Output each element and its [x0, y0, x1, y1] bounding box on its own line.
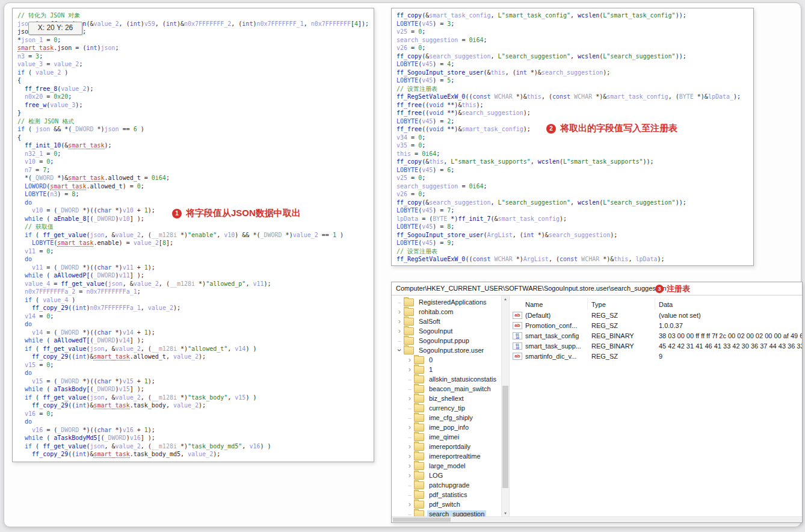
- tree-item-label: patchupgrade: [427, 481, 471, 489]
- chevron-right-icon[interactable]: ›: [409, 442, 411, 451]
- tree-item-label: SalSoft: [417, 318, 442, 325]
- chevron-right-icon[interactable]: ›: [409, 500, 411, 509]
- code-line: do: [17, 369, 374, 377]
- tree-item[interactable]: –beacon_main_switch: [392, 384, 501, 394]
- tree-connector-dash-icon: –: [408, 386, 411, 392]
- tree-item-label: currency_tip: [427, 404, 467, 412]
- registry-value-row[interactable]: absmartinfo_dic_v...REG_SZ9: [510, 351, 802, 361]
- code-line: v10 = 0;: [17, 158, 374, 166]
- chevron-right-icon[interactable]: ›: [409, 394, 411, 403]
- registry-value-row[interactable]: abPromotion_conf...REG_SZ1.0.0.37: [510, 320, 802, 330]
- annotation-2-text: 将取出的字段值写入至注册表: [560, 123, 677, 134]
- folder-icon: [404, 327, 414, 335]
- registry-value-row[interactable]: 0110smart_task_configREG_BINARY38 03 00 …: [510, 330, 802, 341]
- tree-item-label: SogouInput: [417, 327, 454, 335]
- tree-item[interactable]: ›SogouInput.store.user: [392, 345, 501, 355]
- code-line: LOBYTE(v45) = 7;: [396, 206, 753, 215]
- code-line: n0x7FFFFFFFa_2 = n0x7FFFFFFFa_1;: [17, 288, 374, 296]
- chevron-right-icon[interactable]: ›: [409, 365, 411, 374]
- value-name: (Default): [525, 312, 588, 319]
- folder-icon: [414, 414, 424, 422]
- tree-item[interactable]: ›pdf_switch: [392, 500, 501, 509]
- tree-item[interactable]: ›SalSoft: [392, 317, 501, 326]
- column-header-name[interactable]: Name: [510, 298, 588, 310]
- tree-item[interactable]: ›ime_pop_info: [392, 422, 501, 432]
- registry-address-bar[interactable]: Computer\HKEY_CURRENT_USER\SOFTWARE\Sogo…: [392, 282, 802, 295]
- chevron-right-icon[interactable]: ›: [398, 307, 401, 316]
- code-line: ff_SogouInput_store_user(&this, (int *)&…: [396, 69, 753, 77]
- tree-connector-dash-icon: –: [398, 338, 401, 344]
- folder-icon: [414, 385, 424, 393]
- tree-item[interactable]: –RegisteredApplications: [392, 297, 501, 307]
- chevron-right-icon[interactable]: ›: [398, 326, 401, 335]
- tree-item-label: large_model: [427, 462, 467, 469]
- tree-item[interactable]: –allskin_statusiconstatis: [392, 374, 501, 384]
- code-line: if ( value_4 ): [17, 296, 374, 305]
- tree-item-label: allskin_statusiconstatis: [427, 376, 498, 383]
- chevron-down-icon[interactable]: ›: [396, 349, 402, 351]
- reg-sz-icon: ab: [513, 353, 522, 360]
- tree-vertical-scrollbar[interactable]: ▲ ▼: [501, 295, 509, 517]
- code-line: LOBYTE(v45) = 3;: [396, 20, 753, 28]
- tree-item[interactable]: ›rohitab.com: [392, 307, 501, 317]
- vertical-scroll-thumb[interactable]: [502, 386, 508, 488]
- registry-key-tree: –RegisteredApplications›rohitab.com›SalS…: [392, 295, 501, 517]
- code-line: v26 = 0;: [396, 190, 753, 199]
- tree-item[interactable]: –patchupgrade: [392, 480, 501, 490]
- horizontal-scroll-thumb[interactable]: [393, 518, 451, 522]
- code-line: n7 = 7;: [17, 166, 374, 175]
- scroll-up-arrow-icon[interactable]: ▲: [502, 295, 509, 303]
- chevron-right-icon[interactable]: ›: [409, 471, 411, 480]
- code-line: v34 = 0;: [396, 134, 753, 142]
- tree-item-label: rohitab.com: [417, 308, 455, 315]
- folder-icon: [414, 356, 424, 364]
- coordinates-tooltip: X: 20 Y: 26: [28, 22, 82, 35]
- folder-icon: [404, 347, 414, 354]
- tree-item[interactable]: ›LOG: [392, 471, 501, 480]
- annotation-3-badge: 3: [655, 285, 664, 293]
- code-line: v14 = 0;: [17, 312, 374, 321]
- chevron-right-icon[interactable]: ›: [409, 422, 411, 431]
- code-line: ff_free((void **)&this);: [396, 101, 753, 110]
- code-line: do: [17, 255, 374, 264]
- tree-item[interactable]: –SogouInput.ppup: [392, 336, 501, 345]
- tree-item-label: SogouInput.ppup: [417, 337, 471, 344]
- tree-item[interactable]: –ime_cfg_shiply: [392, 413, 501, 422]
- code-line: // 检测 JSON 格式: [17, 117, 374, 126]
- annotation-registry: 3 注册表: [655, 282, 690, 295]
- value-data: 45 42 42 31 41 46 41 33 42 30 36 37 44 4…: [655, 342, 802, 350]
- chevron-right-icon[interactable]: ›: [398, 317, 401, 326]
- tree-item[interactable]: ›imereportrealtime: [392, 451, 501, 461]
- code-line: if ( ff_get_value(json, &value_2, (__m12…: [17, 345, 374, 353]
- horizontal-scrollbar[interactable]: [392, 516, 802, 522]
- tree-item[interactable]: –pdf_statistics: [392, 490, 501, 500]
- value-type: REG_BINARY: [588, 342, 655, 350]
- tree-item[interactable]: –currency_tip: [392, 403, 501, 413]
- code-line: *(_QWORD *)&smart_task.allowed_t = 0i64;: [17, 174, 374, 182]
- tree-item[interactable]: ›1: [392, 365, 501, 374]
- tree-item[interactable]: ›large_model: [392, 461, 501, 471]
- code-line: if ( value_2 ): [17, 69, 374, 77]
- code-line: ff_copy(&search_suggestion, L"search_sug…: [396, 199, 753, 207]
- code-line: // 转化为 JSON 对象: [17, 11, 374, 20]
- folder-icon: [414, 424, 424, 431]
- chevron-right-icon[interactable]: ›: [409, 451, 411, 460]
- chevron-right-icon[interactable]: ›: [409, 461, 411, 470]
- tree-item[interactable]: ›0: [392, 355, 501, 365]
- column-header-data[interactable]: Data: [655, 298, 802, 310]
- code-line: value_4 = ff_get_value(json, &value_2, (…: [17, 280, 374, 288]
- code-line: search_suggestion = 0i64;: [396, 182, 753, 191]
- value-type: REG_SZ: [588, 312, 655, 319]
- code-line: while ( aTaskBodyMd5[(_DWORD)v16] );: [17, 434, 374, 442]
- folder-icon: [414, 404, 424, 412]
- tree-item[interactable]: ›biz_shellext: [392, 394, 501, 403]
- registry-value-row[interactable]: ab(Default)REG_SZ(value not set): [510, 310, 802, 320]
- tree-item[interactable]: –ime_qimei: [392, 432, 501, 442]
- code-line: if ( ff_get_value(json, &value_2, (__m12…: [17, 442, 374, 451]
- folder-icon: [414, 433, 424, 441]
- tree-item[interactable]: ›SogouInput: [392, 326, 501, 336]
- column-header-type[interactable]: Type: [588, 298, 655, 310]
- registry-value-row[interactable]: 0110smart_task_supp...REG_BINARY45 42 42…: [510, 341, 802, 351]
- chevron-right-icon[interactable]: ›: [409, 355, 411, 364]
- tree-item[interactable]: ›imereportdaily: [392, 442, 501, 451]
